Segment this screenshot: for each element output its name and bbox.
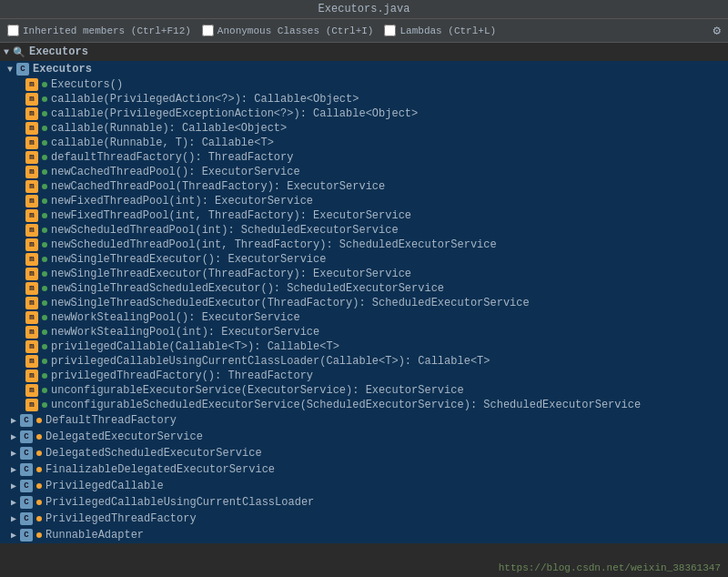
item-text: newCachedThreadPool(): ExecutorService bbox=[51, 166, 300, 178]
item-text: privilegedThreadFactory(): ThreadFactory bbox=[51, 369, 313, 382]
list-item[interactable]: m newFixedThreadPool(int): ExecutorServi… bbox=[0, 194, 728, 208]
root-chevron[interactable]: ▼ bbox=[4, 47, 9, 57]
list-item[interactable]: m newCachedThreadPool(ThreadFactory): Ex… bbox=[0, 179, 728, 194]
executors-class-header[interactable]: ▼ C Executors bbox=[0, 61, 728, 77]
inner-chevron: ▶ bbox=[11, 481, 16, 491]
dot bbox=[42, 300, 47, 306]
item-text: newFixedThreadPool(int): ExecutorService bbox=[51, 195, 313, 208]
item-text: DelegatedExecutorService bbox=[46, 430, 203, 443]
list-item[interactable]: ▶ C RunnableAdapter bbox=[0, 527, 728, 543]
item-text: FinalizableDelegatedExecutorService bbox=[46, 463, 275, 476]
lambdas-checkbox[interactable] bbox=[384, 25, 396, 36]
tree-header: ▼ 🔍 Executors bbox=[0, 43, 728, 61]
item-text: newWorkStealingPool(): ExecutorService bbox=[51, 311, 300, 324]
window-title: Executors.java bbox=[318, 3, 410, 15]
list-item[interactable]: m unconfigurableScheduledExecutorService… bbox=[0, 398, 728, 412]
item-text: callable(PrivilegedExceptionAction<?>): … bbox=[51, 107, 418, 120]
footer-url: https://blog.csdn.net/weixin_38361347 bbox=[499, 562, 721, 573]
item-text: newSingleThreadExecutor(): ExecutorServi… bbox=[51, 253, 326, 266]
method-icon: m bbox=[25, 253, 38, 266]
list-item[interactable]: m newFixedThreadPool(int, ThreadFactory)… bbox=[0, 208, 728, 223]
inner-chevron: ▶ bbox=[11, 415, 16, 426]
method-icon: m bbox=[25, 238, 38, 251]
inner-class-icon: C bbox=[20, 447, 33, 460]
inner-chevron: ▶ bbox=[11, 497, 16, 508]
inner-class-icon: C bbox=[20, 414, 33, 427]
item-text: newScheduledThreadPool(int): ScheduledEx… bbox=[51, 224, 399, 237]
method-icon: m bbox=[25, 282, 38, 295]
list-item[interactable]: ▶ C PrivilegedCallable bbox=[0, 478, 728, 494]
list-item[interactable]: m newSingleThreadScheduledExecutor(Threa… bbox=[0, 296, 728, 310]
list-item[interactable]: ▶ C PrivilegedCallableUsingCurrentClassL… bbox=[0, 494, 728, 511]
dot bbox=[42, 257, 47, 262]
dot bbox=[36, 450, 42, 456]
list-item[interactable]: m privilegedThreadFactory(): ThreadFacto… bbox=[0, 369, 728, 383]
dot bbox=[42, 169, 47, 175]
dot bbox=[42, 315, 47, 320]
list-item[interactable]: m callable(PrivilegedExceptionAction<?>)… bbox=[0, 106, 728, 121]
list-item[interactable]: m newSingleThreadExecutor(ThreadFactory)… bbox=[0, 267, 728, 281]
list-item[interactable]: m callable(PrivilegedAction<?>): Callabl… bbox=[0, 92, 728, 106]
list-item[interactable]: m newWorkStealingPool(int): ExecutorServ… bbox=[0, 325, 728, 339]
inherited-members-label: Inherited members (Ctrl+F12) bbox=[23, 25, 191, 36]
list-item[interactable]: m callable(Runnable, T): Callable<T> bbox=[0, 136, 728, 150]
list-item[interactable]: ▶ C DefaultThreadFactory bbox=[0, 412, 728, 429]
item-text: unconfigurableScheduledExecutorService(S… bbox=[51, 399, 641, 411]
toolbar: Inherited members (Ctrl+F12) Anonymous C… bbox=[0, 19, 728, 43]
list-item[interactable]: m unconfigurableExecutorService(Executor… bbox=[0, 383, 728, 398]
method-icon: m bbox=[25, 340, 38, 353]
method-icon: m bbox=[25, 93, 38, 106]
inner-chevron: ▶ bbox=[11, 448, 16, 459]
method-icon: m bbox=[25, 384, 38, 397]
anonymous-classes-toggle[interactable]: Anonymous Classes (Ctrl+I) bbox=[202, 25, 374, 36]
list-item[interactable]: ▶ C FinalizableDelegatedExecutorService bbox=[0, 461, 728, 478]
dot bbox=[42, 359, 47, 364]
item-text: newSingleThreadScheduledExecutor(): Sche… bbox=[51, 282, 444, 295]
dot bbox=[36, 532, 42, 538]
settings-button[interactable]: ⚙ bbox=[713, 23, 721, 38]
anonymous-classes-checkbox[interactable] bbox=[202, 25, 214, 36]
item-text: privilegedCallableUsingCurrentClassLoade… bbox=[51, 355, 490, 368]
title-bar: Executors.java bbox=[0, 0, 728, 19]
list-item[interactable]: ▶ C PrivilegedThreadFactory bbox=[0, 511, 728, 527]
inherited-members-checkbox[interactable] bbox=[7, 25, 19, 36]
dot bbox=[36, 483, 42, 489]
method-icon: m bbox=[25, 180, 38, 193]
list-item[interactable]: m defaultThreadFactory(): ThreadFactory bbox=[0, 150, 728, 165]
dot bbox=[42, 402, 47, 408]
dot bbox=[42, 373, 47, 379]
inherited-members-toggle[interactable]: Inherited members (Ctrl+F12) bbox=[7, 25, 191, 36]
list-item[interactable]: m newCachedThreadPool(): ExecutorService bbox=[0, 165, 728, 179]
lambdas-toggle[interactable]: Lambdas (Ctrl+L) bbox=[384, 25, 496, 36]
list-item[interactable]: m callable(Runnable): Callable<Object> bbox=[0, 121, 728, 136]
dot bbox=[42, 388, 47, 393]
dot bbox=[42, 228, 47, 233]
list-item[interactable]: m newSingleThreadScheduledExecutor(): Sc… bbox=[0, 281, 728, 296]
item-text: newSingleThreadExecutor(ThreadFactory): … bbox=[51, 268, 411, 280]
method-icon: m bbox=[25, 369, 38, 382]
method-icon: m bbox=[25, 195, 38, 208]
list-item[interactable]: m newWorkStealingPool(): ExecutorService bbox=[0, 310, 728, 325]
dot bbox=[36, 467, 42, 472]
method-icon: m bbox=[25, 311, 38, 324]
executors-class-name: Executors bbox=[33, 63, 92, 76]
inner-class-icon: C bbox=[20, 463, 33, 476]
list-item[interactable]: m newScheduledThreadPool(int): Scheduled… bbox=[0, 223, 728, 238]
list-item[interactable]: m newSingleThreadExecutor(): ExecutorSer… bbox=[0, 252, 728, 267]
method-icon: m bbox=[25, 137, 38, 149]
list-item[interactable]: ▶ C DelegatedExecutorService bbox=[0, 429, 728, 445]
dot bbox=[42, 198, 47, 204]
dot bbox=[36, 434, 42, 440]
list-item[interactable]: m privilegedCallableUsingCurrentClassLoa… bbox=[0, 354, 728, 369]
dot bbox=[42, 271, 47, 277]
item-text: callable(Runnable): Callable<Object> bbox=[51, 122, 287, 135]
list-item[interactable]: m Executors() bbox=[0, 77, 728, 92]
list-item[interactable]: ▶ C DelegatedScheduledExecutorService bbox=[0, 445, 728, 461]
list-item[interactable]: m newScheduledThreadPool(int, ThreadFact… bbox=[0, 238, 728, 252]
list-item[interactable]: m privilegedCallable(Callable<T>): Calla… bbox=[0, 339, 728, 354]
inner-chevron: ▶ bbox=[11, 464, 16, 475]
item-text: newFixedThreadPool(int, ThreadFactory): … bbox=[51, 209, 411, 222]
dot bbox=[42, 344, 47, 349]
method-icon: m bbox=[25, 326, 38, 339]
method-icon: m bbox=[25, 166, 38, 178]
